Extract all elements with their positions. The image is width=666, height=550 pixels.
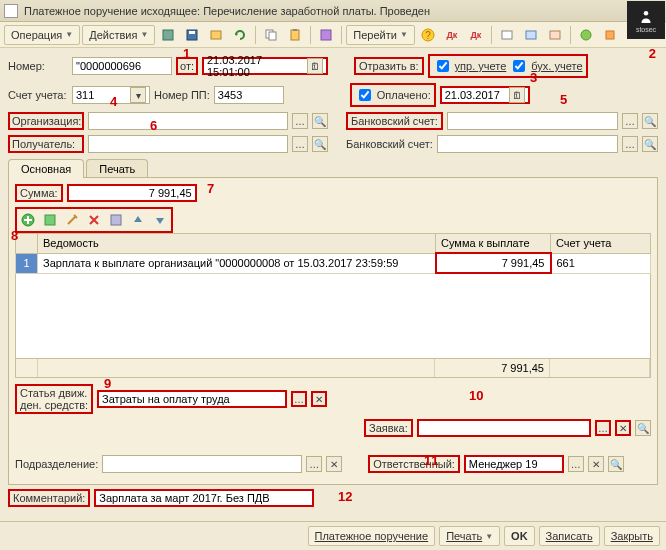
refresh-icon[interactable]: [229, 25, 251, 45]
form-body: Номер: "0000000696 1 от: 21.03.2017 15:0…: [0, 48, 666, 518]
help-icon[interactable]: ?: [417, 25, 439, 45]
dk-icon[interactable]: Дк: [441, 25, 463, 45]
tab-main[interactable]: Основная: [8, 159, 84, 178]
svg-rect-16: [606, 31, 614, 39]
col-n[interactable]: [16, 234, 38, 254]
actions-menu[interactable]: Действия▼: [82, 25, 155, 45]
titlebar: Платежное поручение исходящее: Перечисле…: [0, 0, 666, 22]
delete-row-icon[interactable]: [84, 210, 104, 230]
table-row[interactable]: 1 Зарплата к выплате организаций "000000…: [16, 253, 651, 273]
comment-input[interactable]: Зарплата за март 2017г. Без ПДВ: [94, 489, 314, 507]
tab-print[interactable]: Печать: [86, 159, 148, 178]
account-input[interactable]: 311▾: [72, 86, 150, 104]
comment-label: Комментарий:: [8, 489, 90, 507]
col-account[interactable]: Счет учета: [551, 234, 651, 254]
paid-group: Оплачено:: [350, 83, 436, 107]
paid-date-input[interactable]: 21.03.2017🗓: [440, 86, 530, 104]
reflect-group: упр. учете бух. учете: [428, 54, 588, 78]
recv-ellipsis[interactable]: …: [292, 136, 308, 152]
sum-input[interactable]: 7 991,45: [67, 184, 197, 202]
resp-clear-icon[interactable]: ✕: [588, 456, 604, 472]
zayavka-ellipsis[interactable]: …: [595, 420, 611, 436]
pp-button[interactable]: Платежное поручение: [308, 526, 436, 546]
bank2-search-icon[interactable]: 🔍: [642, 136, 658, 152]
ok-button[interactable]: OK: [504, 526, 535, 546]
resp-input[interactable]: Менеджер 19: [464, 455, 564, 473]
org-search-icon[interactable]: 🔍: [312, 113, 328, 129]
col-sum[interactable]: Сумма к выплате: [436, 234, 551, 254]
bank1-search-icon[interactable]: 🔍: [642, 113, 658, 129]
grid-icon[interactable]: [106, 210, 126, 230]
save-button[interactable]: Записать: [539, 526, 600, 546]
svg-rect-6: [269, 32, 276, 40]
app-icon: [4, 4, 18, 18]
stat-ellipsis[interactable]: …: [291, 391, 307, 407]
grid-empty-area: [15, 274, 651, 359]
svg-rect-7: [291, 30, 299, 40]
copy-icon[interactable]: [260, 25, 282, 45]
org-input[interactable]: [88, 112, 288, 130]
stat-input[interactable]: Затраты на оплату труда: [97, 390, 287, 408]
resp-ellipsis[interactable]: …: [568, 456, 584, 472]
podr-input[interactable]: [102, 455, 302, 473]
down-icon[interactable]: [150, 210, 170, 230]
account-label: Счет учета:: [8, 89, 68, 101]
svg-rect-9: [321, 30, 331, 40]
tool-icon-a[interactable]: [496, 25, 518, 45]
dk2-icon[interactable]: Дк: [465, 25, 487, 45]
pp-input[interactable]: 3453: [214, 86, 284, 104]
podr-clear-icon[interactable]: ✕: [326, 456, 342, 472]
print-button[interactable]: Печать▼: [439, 526, 500, 546]
recv-input[interactable]: [88, 135, 288, 153]
tool-icon-1[interactable]: [157, 25, 179, 45]
up-icon[interactable]: [128, 210, 148, 230]
upr-check[interactable]: [437, 60, 449, 72]
grid-toolbar: [15, 207, 173, 233]
bukh-check[interactable]: [513, 60, 525, 72]
col-vedomost[interactable]: Ведомость: [38, 234, 436, 254]
bank1-ellipsis[interactable]: …: [622, 113, 638, 129]
svg-rect-12: [502, 31, 512, 39]
stat-clear-icon[interactable]: ✕: [311, 391, 327, 407]
save-icon[interactable]: [181, 25, 203, 45]
number-label: Номер:: [8, 60, 68, 72]
svg-text:?: ?: [425, 30, 431, 41]
bank2-ellipsis[interactable]: …: [622, 136, 638, 152]
svg-rect-14: [550, 31, 560, 39]
zayavka-clear-icon[interactable]: ✕: [615, 420, 631, 436]
tool-icon-d[interactable]: [575, 25, 597, 45]
paste-icon[interactable]: [284, 25, 306, 45]
podr-ellipsis[interactable]: …: [306, 456, 322, 472]
zayavka-search-icon[interactable]: 🔍: [635, 420, 651, 436]
tool-icon-c[interactable]: [544, 25, 566, 45]
bank2-input[interactable]: [437, 135, 618, 153]
svg-point-15: [581, 30, 591, 40]
tabs: Основная Печать: [8, 158, 658, 177]
add2-icon[interactable]: [40, 210, 60, 230]
org-ellipsis[interactable]: …: [292, 113, 308, 129]
recv-search-icon[interactable]: 🔍: [312, 136, 328, 152]
tool-icon-e[interactable]: [599, 25, 621, 45]
bank1-label: Банковский счет:: [346, 112, 443, 130]
resp-search-icon[interactable]: 🔍: [608, 456, 624, 472]
date-input[interactable]: 21.03.2017 15:01:00🗓: [202, 57, 328, 75]
tool-icon-3[interactable]: [205, 25, 227, 45]
svg-rect-19: [111, 215, 121, 225]
tab-panel: Сумма: 7 991,45 7 8 Ведомость Сумма к вы…: [8, 177, 658, 485]
podr-label: Подразделение:: [15, 458, 98, 470]
org-label: Организация:: [8, 112, 84, 130]
goto-menu[interactable]: Перейти▼: [346, 25, 415, 45]
tool-icon-6[interactable]: [315, 25, 337, 45]
stat-labels: Статья движ. ден. средств:: [15, 384, 93, 414]
add-row-icon[interactable]: [18, 210, 38, 230]
number-input[interactable]: "0000000696: [72, 57, 172, 75]
operation-menu[interactable]: Операция▼: [4, 25, 80, 45]
tool-icon-b[interactable]: [520, 25, 542, 45]
paid-check[interactable]: [359, 89, 371, 101]
zayavka-input[interactable]: [417, 419, 591, 437]
close-button[interactable]: Закрыть: [604, 526, 660, 546]
sum-label: Сумма:: [15, 184, 63, 202]
ot-label: от:: [176, 57, 198, 75]
bank1-input[interactable]: [447, 112, 618, 130]
edit-row-icon[interactable]: [62, 210, 82, 230]
